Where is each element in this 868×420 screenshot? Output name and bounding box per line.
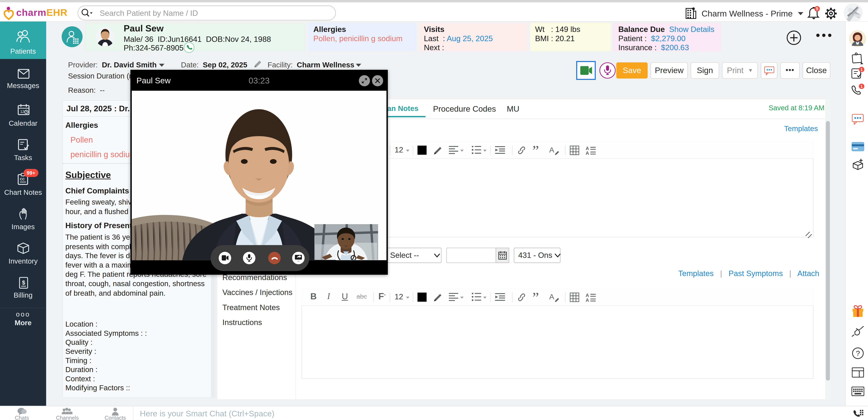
svg-text:A: A [549,293,554,301]
svg-text:A: A [549,146,554,154]
svg-text:5: 5 [816,6,818,11]
svg-text:12: 12 [20,110,24,114]
svg-text:1: 1 [861,84,863,89]
svg-text:1: 1 [861,67,863,72]
svg-text:A: A [586,297,589,302]
svg-text:CC: CC [20,177,25,181]
svg-text:?: ? [856,349,860,358]
svg-text:A: A [586,150,589,155]
svg-text:$: $ [22,279,25,286]
